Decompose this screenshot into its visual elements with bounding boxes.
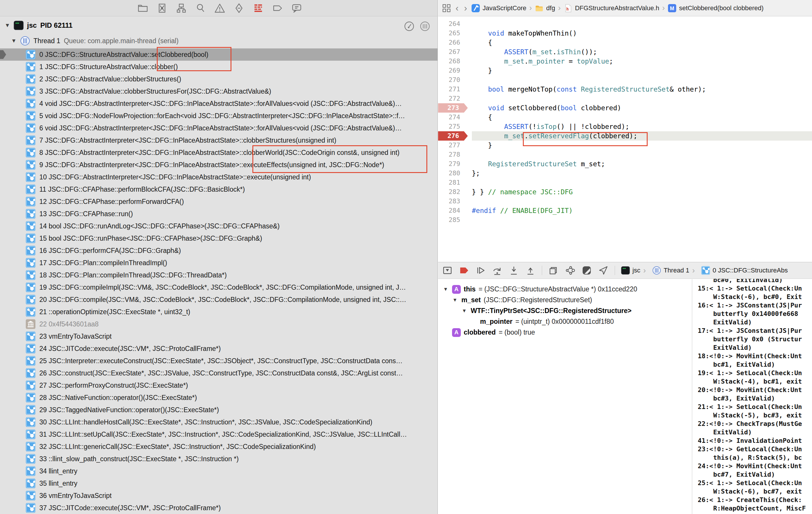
line-number[interactable]: 271: [438, 85, 468, 94]
simulate-location-button[interactable]: [598, 265, 609, 276]
stack-frame-row[interactable]: 36 vmEntryToJavaScript: [0, 489, 437, 502]
breakpoint-marker[interactable]: 273: [438, 103, 468, 113]
line-number[interactable]: 280: [438, 169, 468, 178]
disclosure-triangle-icon[interactable]: ▼: [11, 38, 17, 44]
stack-frame-row[interactable]: 2 JSC::DFG::AbstractValue::clobberStruct…: [0, 73, 437, 85]
stack-frame-row[interactable]: 10 JSC::DFG::AbstractInterpreter<JSC::DF…: [0, 171, 437, 183]
stack-frame-row[interactable]: 26 JSC::construct(JSC::ExecState*, JSC::…: [0, 367, 437, 379]
step-over-button[interactable]: [492, 265, 502, 276]
stack-frame-row[interactable]: 37 JSC::JITCode::execute(JSC::VM*, JSC::…: [0, 502, 437, 514]
line-number[interactable]: 272: [438, 94, 468, 103]
cpu-gauge-button[interactable]: [403, 21, 415, 32]
variable-row[interactable]: ▼WTF::TinyPtrSet<JSC::DFG::RegisteredStr…: [438, 305, 692, 316]
line-number[interactable]: 267: [438, 47, 468, 57]
breadcrumb-project[interactable]: JavaScriptCore: [483, 4, 526, 12]
test-navigator-icon[interactable]: [233, 2, 245, 14]
line-number[interactable]: 278: [438, 150, 468, 159]
stack-frame-row[interactable]: 22 0x4f5443601aa8: [0, 318, 437, 330]
variable-row[interactable]: m_pointer= (uintptr_t) 0x000000011cdf1f8…: [438, 316, 692, 327]
breadcrumb-file[interactable]: DFGStructureAbstractValue.h: [575, 4, 659, 12]
breakpoint-marker[interactable]: 276: [438, 131, 468, 141]
code-text[interactable]: ASSERT(!isTop() || !clobbered);: [468, 123, 629, 130]
code-area[interactable]: 264265 void makeTopWhenThin()266 {267 AS…: [438, 16, 812, 262]
line-number[interactable]: 285: [438, 215, 468, 225]
stack-frame-row[interactable]: 0 JSC::DFG::StructureAbstractValue::setC…: [0, 48, 437, 61]
stack-frame-row[interactable]: 27 JSC::performProxyConstruct(JSC::ExecS…: [0, 379, 437, 391]
stack-frame-row[interactable]: 32 JSC::LLInt::genericCall(JSC::ExecStat…: [0, 440, 437, 453]
disclosure-triangle-icon[interactable]: ▼: [442, 287, 449, 292]
line-number[interactable]: 279: [438, 159, 468, 169]
stack-frame-row[interactable]: 3 JSC::DFG::AbstractValue::clobberStruct…: [0, 85, 437, 98]
stack-frame-row[interactable]: 20 JSC::DFG::compile(JSC::VM&, JSC::Code…: [0, 294, 437, 306]
thread-view-toggle-button[interactable]: [419, 21, 431, 32]
stack-frame-row[interactable]: 4 void JSC::DFG::AbstractInterpreter<JSC…: [0, 98, 437, 110]
line-number[interactable]: 269: [438, 66, 468, 75]
stack-frame-row[interactable]: 13 JSC::DFG::CFAPhase::run(): [0, 208, 437, 220]
stack-frame-row[interactable]: 34 llint_entry: [0, 465, 437, 477]
stack-frame-row[interactable]: 1 JSC::DFG::StructureAbstractValue::clob…: [0, 61, 437, 73]
line-number[interactable]: 281: [438, 178, 468, 187]
stack-frame-row[interactable]: 19 JSC::DFG::compileImpl(JSC::VM&, JSC::…: [0, 281, 437, 294]
debug-crumb-process[interactable]: jsc ›: [621, 266, 646, 275]
line-number[interactable]: 264: [438, 19, 468, 29]
line-number[interactable]: 277: [438, 141, 468, 150]
code-text[interactable]: m_set.m_pointer = topValue;: [468, 57, 613, 65]
memory-graph-button[interactable]: [565, 265, 575, 276]
stack-frame-row[interactable]: 6 void JSC::DFG::AbstractInterpreter<JSC…: [0, 122, 437, 134]
stack-frame-row[interactable]: 23 vmEntryToJavaScript: [0, 330, 437, 343]
stack-frame-row[interactable]: 21 ::operationOptimize(JSC::ExecState *,…: [0, 306, 437, 318]
line-number[interactable]: 265: [438, 29, 468, 38]
stack-frame-row[interactable]: 25 JSC::Interpreter::executeConstruct(JS…: [0, 355, 437, 367]
code-text[interactable]: m_set.setReservedFlag(clobbered);: [468, 132, 637, 140]
continue-button[interactable]: [475, 265, 486, 276]
disclosure-triangle-icon[interactable]: ▼: [5, 22, 10, 29]
code-text[interactable]: };: [468, 169, 480, 177]
variable-row[interactable]: ▼Athis= (JSC::DFG::StructureAbstractValu…: [438, 284, 692, 295]
stack-frame-row[interactable]: 15 bool JSC::DFG::runPhase<JSC::DFG::CFA…: [0, 232, 437, 244]
step-into-button[interactable]: [509, 265, 519, 276]
back-button[interactable]: ‹: [454, 3, 460, 12]
debug-crumb-frame[interactable]: 0 JSC::DFG::StructureAbs: [701, 266, 788, 275]
stack-frame-row[interactable]: 11 JSC::DFG::CFAPhase::performBlockCFA(J…: [0, 183, 437, 195]
code-text[interactable]: }: [468, 67, 492, 74]
breadcrumb-folder[interactable]: dfg: [546, 4, 555, 12]
breakpoint-navigator-icon[interactable]: [272, 2, 283, 14]
stack-frame-row[interactable]: 24 JSC::JITCode::execute(JSC::VM*, JSC::…: [0, 343, 437, 355]
disclosure-triangle-icon[interactable]: ▼: [452, 297, 459, 303]
process-row[interactable]: ▼ jsc PID 62111: [0, 19, 437, 32]
code-text[interactable]: }: [468, 141, 492, 149]
debug-navigator-icon[interactable]: [253, 2, 264, 14]
stack-frame-row[interactable]: 31 JSC::LLInt::setUpCall(JSC::ExecState*…: [0, 428, 437, 440]
project-navigator-icon[interactable]: [137, 2, 149, 14]
stack-frame-row[interactable]: 29 JSC::TaggedNativeFunction::operator()…: [0, 404, 437, 416]
line-number[interactable]: 283: [438, 197, 468, 206]
line-number[interactable]: 284: [438, 206, 468, 215]
line-number[interactable]: 275: [438, 122, 468, 131]
forward-button[interactable]: ›: [463, 3, 468, 12]
code-text[interactable]: {: [468, 39, 492, 46]
code-text[interactable]: ASSERT(m_set.isThin());: [468, 48, 597, 56]
code-text[interactable]: RegisteredStructureSet m_set;: [468, 160, 605, 168]
code-text[interactable]: {: [468, 113, 492, 121]
stack-frame-row[interactable]: 33 ::llint_slow_path_construct(JSC::Exec…: [0, 453, 437, 465]
hide-debug-area-button[interactable]: [442, 265, 453, 276]
line-number[interactable]: 266: [438, 38, 468, 47]
report-navigator-icon[interactable]: [291, 2, 302, 14]
console-output[interactable]: bc#0, ExitInvalid)15:< 1:-> SetLocal(Che…: [693, 279, 812, 514]
variables-view[interactable]: ▼Athis= (JSC::DFG::StructureAbstractValu…: [438, 279, 692, 514]
code-text[interactable]: bool mergeNotTop(const RegisteredStructu…: [468, 85, 706, 93]
breadcrumb-symbol[interactable]: setClobbered(bool clobbered): [679, 4, 764, 12]
stack-frame-row[interactable]: 16 JSC::DFG::performCFA(JSC::DFG::Graph&…: [0, 244, 437, 257]
line-number[interactable]: 270: [438, 75, 468, 85]
stack-frame-row[interactable]: 9 JSC::DFG::AbstractInterpreter<JSC::DFG…: [0, 159, 437, 171]
stack-frame-row[interactable]: 8 JSC::DFG::AbstractInterpreter<JSC::DFG…: [0, 146, 437, 159]
line-number[interactable]: 274: [438, 113, 468, 122]
issue-navigator-icon[interactable]: [214, 2, 226, 14]
view-hierarchy-button[interactable]: [548, 265, 559, 276]
line-number[interactable]: 282: [438, 187, 468, 197]
debug-crumb-thread[interactable]: Thread 1 ›: [652, 266, 695, 275]
stack-frame-row[interactable]: 7 JSC::DFG::AbstractInterpreter<JSC::DFG…: [0, 134, 437, 146]
disclosure-triangle-icon[interactable]: ▼: [461, 308, 468, 314]
stack-frame-row[interactable]: 35 llint_entry: [0, 477, 437, 489]
stack-frame-row[interactable]: 28 JSC::NativeFunction::operator()(JSC::…: [0, 391, 437, 404]
